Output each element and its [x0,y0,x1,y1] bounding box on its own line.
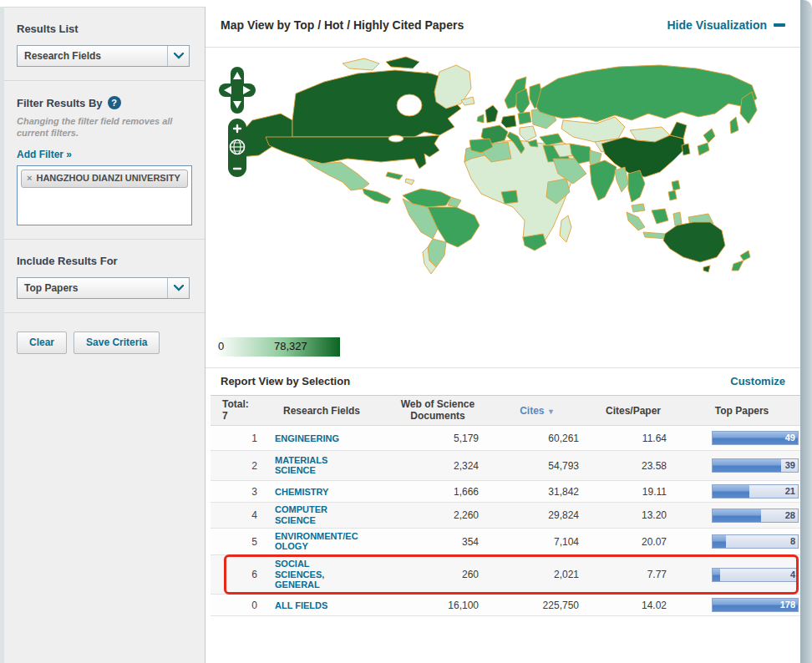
hide-visualization-label: Hide Visualization [667,18,767,32]
cites-value: 29,824 [491,509,583,521]
top-papers-value: 39 [785,460,795,470]
report-view-title: Report View by Selection [221,375,350,387]
row-rank: 3 [211,486,259,498]
research-field-link[interactable]: SOCIAL SCIENCES, GENERAL [275,559,360,591]
cites-value: 7,104 [491,536,583,548]
legend-min-value: 0 [218,340,224,352]
map-controls[interactable] [217,67,261,180]
table-header-row: Total: 7 Research Fields Web of Science … [211,395,800,426]
top-papers-bar: 49 [712,431,799,445]
row-rank: 0 [211,600,259,611]
top-papers-bar: 39 [712,458,799,473]
wos-documents-value: 260 [384,569,491,580]
research-field-link[interactable]: ENVIRONMENT/ECOLOGY [275,531,360,553]
filter-box: × HANGZHOU DIANZI UNIVERSITY [17,165,192,225]
remove-tag-icon[interactable]: × [27,173,32,184]
research-field-link[interactable]: ALL FIELDS [275,600,360,611]
world-map-choropleth[interactable] [216,55,767,334]
map-panel-header: Map View by Top / Hot / Highly Cited Pap… [206,0,800,48]
map-view-title: Map View by Top / Hot / Highly Cited Pap… [221,18,464,32]
help-icon[interactable]: ? [108,96,121,109]
table-row[interactable]: 0 ALL FIELDS 16,100 225,750 14.02 178 [211,595,800,616]
actions-section: Clear Save Criteria [0,313,205,367]
research-field-link[interactable]: MATERIALS SCIENCE [275,455,360,477]
report-table: Total: 7 Research Fields Web of Science … [211,395,800,616]
column-cites-sortable[interactable]: Cites ▼ [491,405,583,417]
cites-value: 31,842 [491,486,583,498]
cites-value: 225,750 [491,600,583,611]
filter-note: Changing the filter field removes all cu… [17,116,188,139]
top-papers-value: 8 [790,536,795,546]
cites-value: 2,021 [491,569,583,580]
section-divider [206,367,800,368]
sort-arrow-icon: ▼ [547,407,555,416]
top-papers-bar: 21 [712,484,799,499]
wos-documents-value: 354 [384,536,491,548]
total-header: Total: 7 [211,399,259,423]
top-papers-bar: 8 [712,534,799,549]
row-rank: 6 [211,569,259,580]
map-legend: 0 78,327 [216,337,340,357]
hide-visualization-link[interactable]: Hide Visualization [667,18,785,32]
cites-per-paper-value: 14.02 [583,600,683,611]
save-criteria-button[interactable]: Save Criteria [74,332,160,354]
main-panel: Map View by Top / Hot / Highly Cited Pap… [206,0,800,663]
research-field-link[interactable]: COMPUTER SCIENCE [275,504,360,526]
research-field-link[interactable]: CHEMISTRY [275,487,360,498]
cites-per-paper-value: 13.20 [583,509,683,521]
page: Results List Research Fields Filter Resu… [0,0,812,663]
customize-link[interactable]: Customize [730,375,785,387]
filter-label: Filter Results By [17,97,103,109]
page-left-edge [0,7,4,663]
table-row[interactable]: 1 ENGINEERING 5,179 60,261 11.64 49 [211,426,800,451]
minus-icon [774,23,785,27]
wos-documents-value: 2,324 [384,460,491,472]
include-results-selected: Top Papers [24,282,78,294]
top-papers-bar: 28 [712,509,799,523]
research-field-link[interactable]: ENGINEERING [275,433,360,444]
legend-max-value: 78,327 [274,340,307,352]
chevron-down-icon [167,46,189,66]
results-list-dropdown[interactable]: Research Fields [17,45,190,67]
column-research-fields: Research Fields [259,405,384,417]
row-rank: 4 [211,509,259,521]
filter-section: Filter Results By ? Changing the filter … [0,81,205,240]
top-papers-value: 178 [780,600,795,610]
table-row[interactable]: 3 CHEMISTRY 1,666 31,842 19.11 21 [211,481,800,503]
cites-value: 54,793 [491,460,583,472]
top-papers-bar: 178 [712,598,799,612]
map-visualization: 0 78,327 [216,55,792,362]
page-right-edge [800,0,812,663]
table-row[interactable]: 4 COMPUTER SCIENCE 2,260 29,824 13.20 28 [211,503,800,529]
cites-value: 60,261 [491,433,583,444]
table-row[interactable]: 5 ENVIRONMENT/ECOLOGY 354 7,104 20.07 8 [211,529,800,555]
top-papers-bar: 4 [712,568,799,582]
include-results-label: Include Results For [17,255,188,267]
add-filter-link[interactable]: Add Filter » [17,149,72,160]
wos-documents-value: 16,100 [384,600,491,611]
cites-per-paper-value: 19.11 [583,486,683,498]
results-list-label: Results List [17,23,188,35]
table-row-highlighted[interactable]: 6 SOCIAL SCIENCES, GENERAL 260 2,021 7.7… [211,555,800,595]
top-papers-value: 49 [785,433,795,443]
top-papers-value: 21 [785,486,795,496]
wos-documents-value: 5,179 [384,433,491,444]
wos-documents-value: 2,260 [384,509,491,521]
row-rank: 1 [211,433,259,444]
include-results-dropdown[interactable]: Top Papers [17,277,190,299]
filter-tag-label: HANGZHOU DIANZI UNIVERSITY [36,173,180,184]
sidebar: Results List Research Fields Filter Resu… [0,7,206,663]
row-rank: 5 [211,536,259,548]
cites-per-paper-value: 23.58 [583,460,683,472]
chevron-down-icon [167,278,189,298]
results-list-section: Results List Research Fields [0,8,205,81]
include-results-section: Include Results For Top Papers [0,240,205,313]
column-cites-per-paper: Cites/Paper [583,405,683,417]
wos-documents-value: 1,666 [384,486,491,498]
filter-tag[interactable]: × HANGZHOU DIANZI UNIVERSITY [21,170,188,188]
table-row[interactable]: 2 MATERIALS SCIENCE 2,324 54,793 23.58 3… [211,451,800,481]
cites-per-paper-value: 11.64 [583,433,683,444]
cites-per-paper-value: 20.07 [583,536,683,548]
top-papers-value: 28 [785,510,795,520]
clear-button[interactable]: Clear [17,332,67,354]
